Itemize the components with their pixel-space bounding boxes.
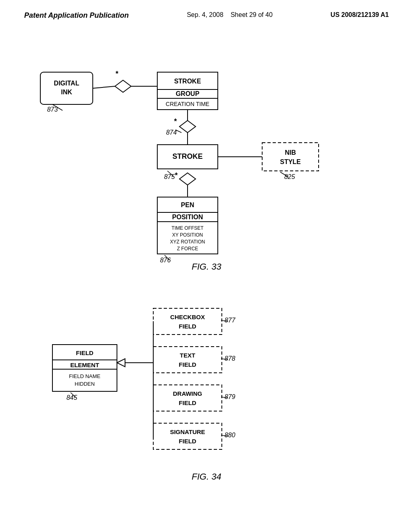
svg-marker-31 [179,173,196,185]
svg-text:*: * [115,70,118,78]
svg-rect-71 [153,423,222,449]
svg-rect-61 [153,347,222,373]
svg-text:875: 875 [164,173,175,180]
svg-text:FIELD NAME: FIELD NAME [69,373,100,379]
svg-text:*: * [175,171,177,179]
svg-text:825: 825 [284,173,295,180]
svg-text:PEN: PEN [181,202,194,208]
svg-text:XY POSITION: XY POSITION [172,232,203,238]
svg-text:DIGITAL: DIGITAL [54,80,79,87]
svg-text:INK: INK [61,89,72,96]
svg-text:873: 873 [47,106,58,113]
svg-text:878: 878 [225,355,236,362]
svg-text:FIELD: FIELD [179,361,196,368]
svg-text:DRAWING: DRAWING [173,390,202,397]
fig34-svg: FIELD ELEMENT FIELD NAME HIDDEN 845 CHEC… [0,276,413,482]
svg-text:879: 879 [225,393,236,400]
header-center: Sep. 4, 2008 Sheet 29 of 40 [187,11,273,19]
svg-rect-66 [153,385,222,411]
fig34-diagram: FIELD ELEMENT FIELD NAME HIDDEN 845 CHEC… [0,276,413,486]
svg-text:CREATION TIME: CREATION TIME [166,101,209,107]
svg-text:GROUP: GROUP [176,90,200,97]
publication-date: Sep. 4, 2008 [187,11,223,18]
svg-text:877: 877 [225,317,236,324]
svg-text:SIGNATURE: SIGNATURE [170,428,205,435]
svg-text:FIELD: FIELD [179,438,196,445]
patent-number: US 2008/212139 A1 [331,11,389,19]
svg-text:ELEMENT: ELEMENT [70,362,99,368]
svg-text:880: 880 [225,432,236,438]
svg-text:TIME OFFSET: TIME OFFSET [171,225,204,231]
svg-text:POSITION: POSITION [172,214,203,220]
svg-rect-0 [40,72,93,104]
svg-text:FIELD: FIELD [179,399,196,406]
svg-text:876: 876 [160,257,171,264]
page-header: Patent Application Publication Sep. 4, 2… [0,0,413,24]
svg-text:874: 874 [166,129,177,136]
sheet-info: Sheet 29 of 40 [231,11,273,18]
fig33-svg: DIGITAL INK 873 * STROKE GROUP CREATION … [0,24,413,274]
svg-text:STROKE: STROKE [172,152,202,160]
svg-text:NIB: NIB [285,149,296,156]
svg-text:XYZ ROTATION: XYZ ROTATION [170,239,205,245]
svg-text:HIDDEN: HIDDEN [75,381,95,387]
svg-text:*: * [174,117,177,125]
fig33-diagram: DIGITAL INK 873 * STROKE GROUP CREATION … [0,24,413,274]
svg-text:STYLE: STYLE [280,158,301,165]
svg-rect-56 [153,308,222,335]
svg-rect-24 [262,143,319,171]
svg-marker-5 [115,80,131,92]
svg-text:TEXT: TEXT [180,352,195,359]
publication-title: Patent Application Publication [24,11,129,20]
svg-marker-16 [179,121,196,133]
svg-text:FIELD: FIELD [76,349,93,356]
svg-text:STROKE: STROKE [174,78,201,85]
svg-line-7 [93,86,115,88]
svg-rect-49 [52,369,117,391]
svg-text:845: 845 [67,394,77,401]
svg-marker-55 [117,359,125,367]
svg-text:FIELD: FIELD [179,323,196,330]
svg-text:CHECKBOX: CHECKBOX [170,314,205,320]
svg-text:Z FORCE: Z FORCE [177,246,198,251]
